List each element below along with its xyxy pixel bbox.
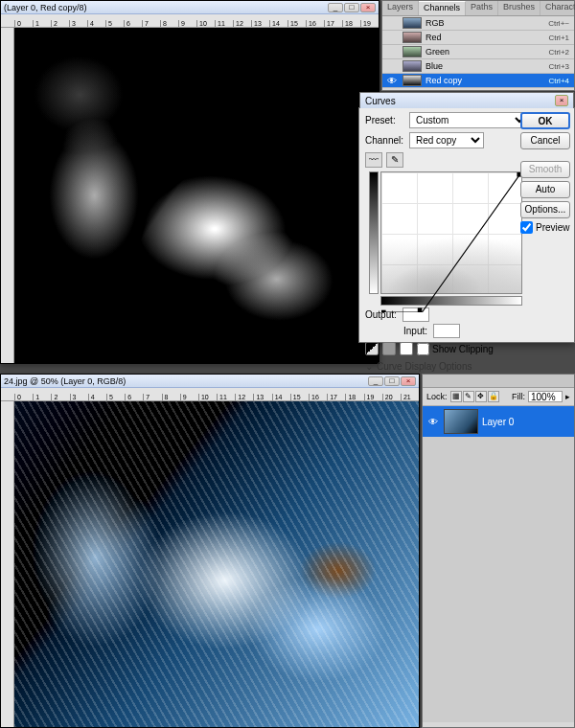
options-button[interactable]: Options... — [520, 201, 570, 218]
fill-field[interactable] — [528, 391, 563, 402]
layer-row[interactable]: 👁 Layer 0 — [423, 406, 574, 437]
lock-transparency-icon[interactable]: ▦ — [450, 391, 462, 402]
output-gradient — [369, 171, 379, 294]
curve-display-options-label: Curve Display Options — [377, 361, 472, 372]
channel-row-blue[interactable]: BlueCtrl+3 — [382, 59, 574, 74]
lock-all-icon[interactable]: 🔒 — [488, 391, 499, 402]
preview-input[interactable] — [520, 221, 533, 234]
panel-tabs: LayersChannelsPathsBrushesCharacter — [382, 1, 574, 16]
document-image-bw — [14, 28, 379, 363]
curves-close-icon[interactable]: × — [555, 95, 568, 106]
show-clipping-checkbox[interactable]: Show Clipping — [417, 343, 494, 355]
titlebar-1-title: (Layer 0, Red copy/8) — [4, 3, 87, 12]
channel-name: Red — [426, 33, 544, 42]
preview-checkbox[interactable]: Preview — [520, 221, 570, 234]
document-window-2: 24.jpg @ 50% (Layer 0, RGB/8) _ □ × 0123… — [0, 374, 420, 728]
curve-display-options-expander[interactable]: ⌄ Curve Display Options — [365, 361, 568, 372]
lock-label: Lock: — [426, 392, 448, 401]
channel-shortcut: Ctrl+2 — [548, 48, 571, 57]
layers-panel: Lock: ▦ ✎ ✥ 🔒 Fill: ▸ 👁 Layer 0 — [422, 374, 575, 728]
titlebar-1[interactable]: (Layer 0, Red copy/8) _ □ × — [1, 1, 379, 14]
channel-label: Channel: — [365, 135, 405, 146]
channel-shortcut: Ctrl+3 — [548, 62, 571, 71]
white-point-eyedropper-icon[interactable] — [400, 342, 413, 355]
preset-label: Preset: — [365, 115, 405, 125]
panel-tab-brushes[interactable]: Brushes — [498, 1, 540, 15]
channel-name: Blue — [426, 61, 544, 71]
document-window-1: (Layer 0, Red copy/8) _ □ × 012345678910… — [0, 0, 380, 364]
canvas-1[interactable] — [14, 28, 379, 363]
close-button[interactable]: × — [401, 376, 416, 386]
curves-titlebar[interactable]: Curves × — [359, 92, 574, 108]
channel-thumbnail — [402, 32, 422, 43]
black-point-eyedropper-icon[interactable] — [365, 342, 379, 355]
channel-row-green[interactable]: GreenCtrl+2 — [382, 45, 574, 59]
minimize-button[interactable]: _ — [328, 3, 343, 12]
input-label: Input: — [403, 326, 427, 336]
lock-pixels-icon[interactable]: ✎ — [463, 391, 474, 402]
curves-dialog: Curves × Preset: Custom ≡ Channel: Red c… — [358, 107, 575, 343]
layer-name[interactable]: Layer 0 — [482, 417, 514, 427]
vertical-ruler-2 — [1, 401, 14, 727]
channels-panel: LayersChannelsPathsBrushesCharacter RGBC… — [381, 0, 575, 91]
smooth-button: Smooth — [520, 161, 570, 178]
layer-visibility-icon[interactable]: 👁 — [426, 417, 440, 427]
ok-button[interactable]: OK — [520, 112, 570, 129]
channel-thumbnail — [402, 75, 422, 86]
lock-position-icon[interactable]: ✥ — [475, 391, 487, 402]
channel-name: Green — [426, 47, 544, 57]
gray-point-eyedropper-icon[interactable] — [382, 342, 396, 355]
channel-shortcut: Ctrl+~ — [548, 19, 571, 28]
curve-point-tool-icon[interactable]: 〰 — [365, 152, 382, 168]
layers-tabs — [423, 375, 574, 388]
close-button[interactable]: × — [360, 3, 376, 12]
vertical-ruler-1 — [1, 28, 14, 363]
panel-tab-paths[interactable]: Paths — [466, 1, 498, 15]
channel-thumbnail — [402, 60, 422, 72]
maximize-button[interactable]: □ — [344, 3, 359, 12]
channel-name: Red copy — [426, 76, 544, 85]
channel-row-rgb[interactable]: RGBCtrl+~ — [382, 16, 574, 31]
input-field[interactable] — [433, 324, 460, 338]
panel-tab-character[interactable]: Character — [540, 1, 575, 15]
layer-thumbnail[interactable] — [444, 409, 478, 434]
document-image-color — [14, 401, 419, 727]
show-clipping-input[interactable] — [417, 343, 429, 355]
canvas-2[interactable] — [14, 401, 419, 727]
titlebar-2-title: 24.jpg @ 50% (Layer 0, RGB/8) — [4, 376, 126, 386]
panel-tab-layers[interactable]: Layers — [382, 1, 419, 15]
fill-dropdown-icon[interactable]: ▸ — [565, 392, 570, 401]
fill-label: Fill: — [512, 392, 525, 401]
horizontal-ruler-1: 012345678910111213141516171819 — [1, 14, 379, 28]
titlebar-2[interactable]: 24.jpg @ 50% (Layer 0, RGB/8) _ □ × — [1, 375, 419, 388]
maximize-button[interactable]: □ — [384, 376, 400, 386]
layers-empty-area — [423, 437, 574, 722]
auto-button[interactable]: Auto — [520, 181, 570, 198]
expander-caret-icon: ⌄ — [365, 361, 373, 372]
curve-pencil-tool-icon[interactable]: ✎ — [386, 152, 403, 168]
curve-graph[interactable] — [380, 171, 522, 294]
show-clipping-label: Show Clipping — [432, 344, 494, 354]
curves-title: Curves — [365, 96, 396, 106]
cancel-button[interactable]: Cancel — [520, 132, 570, 149]
channel-select[interactable]: Red copy — [409, 132, 484, 148]
channel-visibility-icon[interactable]: 👁 — [385, 76, 399, 86]
channel-shortcut: Ctrl+4 — [548, 77, 571, 85]
panel-tab-channels[interactable]: Channels — [419, 1, 466, 15]
channel-row-red-copy[interactable]: 👁Red copyCtrl+4 — [382, 74, 574, 88]
horizontal-ruler-2: 0123456789101112131415161718192021 — [1, 388, 419, 401]
curve-line — [381, 172, 521, 312]
svg-rect-0 — [418, 307, 423, 312]
preset-select[interactable]: Custom — [409, 112, 528, 128]
channel-row-red[interactable]: RedCtrl+1 — [382, 31, 574, 45]
svg-rect-2 — [381, 310, 386, 312]
channel-name: RGB — [426, 18, 544, 28]
channel-thumbnail — [402, 46, 422, 57]
channel-thumbnail — [402, 17, 422, 29]
channel-shortcut: Ctrl+1 — [548, 34, 571, 42]
minimize-button[interactable]: _ — [368, 376, 383, 386]
preview-label: Preview — [536, 222, 570, 233]
